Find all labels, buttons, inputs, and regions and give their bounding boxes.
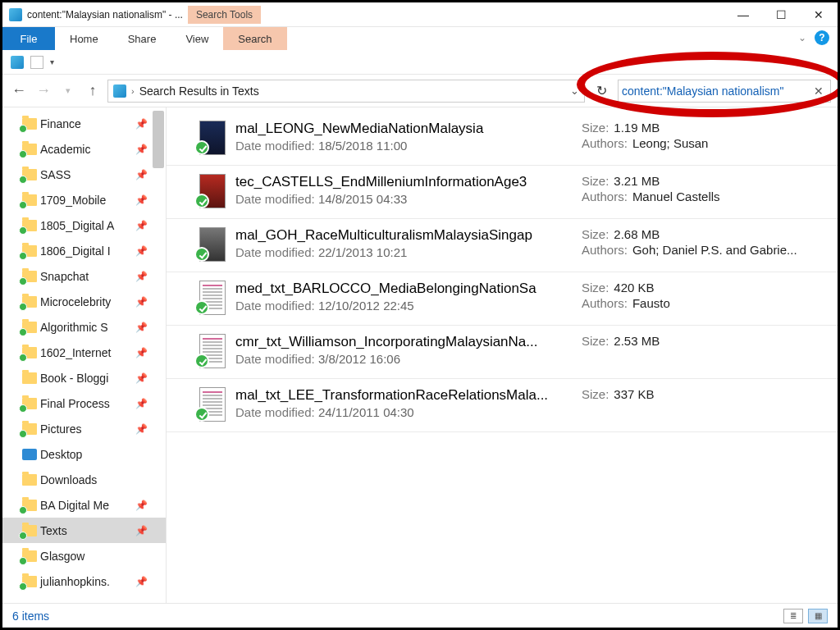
file-thumb — [191, 174, 234, 208]
folder-icon — [22, 271, 37, 282]
maximize-button[interactable]: ☐ — [762, 2, 800, 26]
tree-item-academic[interactable]: Academic📌 — [2, 136, 166, 162]
history-dropdown[interactable]: ▾ — [58, 81, 78, 101]
file-thumb — [191, 387, 234, 422]
qat-dropdown-icon[interactable]: ▾ — [50, 57, 54, 66]
ribbon-tab-search[interactable]: Search — [223, 27, 286, 50]
tree-item-1602-internet[interactable]: 1602_Internet📌 — [2, 340, 166, 365]
file-date: 3/8/2012 16:06 — [318, 352, 400, 366]
size-label: Size: — [582, 387, 609, 401]
file-size: 1.19 MB — [614, 121, 660, 135]
pin-icon: 📌 — [135, 576, 148, 587]
sync-check-icon — [194, 247, 209, 262]
qat-properties-icon[interactable] — [30, 56, 43, 69]
clear-search-button[interactable]: ✕ — [810, 84, 827, 98]
address-dropdown-icon[interactable]: ⌄ — [570, 84, 579, 97]
pin-icon: 📌 — [135, 423, 148, 435]
file-authors: Goh; Daniel P.S. and Gabrie... — [632, 243, 797, 257]
result-row[interactable]: med_txt_BARLOCCO_MediaBelongingNationSaD… — [167, 272, 838, 326]
ribbon: File Home Share View Search ⌄ ? — [2, 27, 838, 50]
ribbon-tab-view[interactable]: View — [171, 27, 223, 50]
file-size: 2.68 MB — [614, 227, 660, 241]
qat-new-folder-icon[interactable] — [11, 56, 24, 69]
file-authors: Leong; Susan — [632, 136, 709, 150]
results-pane[interactable]: mal_LEONG_NewMediaNationMalaysiaDate mod… — [167, 107, 838, 603]
result-row[interactable]: cmr_txt_Williamson_IncorporatingMalaysia… — [167, 326, 838, 379]
search-input[interactable] — [622, 84, 810, 98]
close-button[interactable]: ✕ — [800, 2, 838, 26]
back-button[interactable]: ← — [9, 81, 29, 101]
tree-scrollbar[interactable] — [151, 107, 166, 603]
address-toolbar: ← → ▾ ↑ › Search Results in Texts ⌄ ↻ ✕ — [2, 75, 838, 107]
tree-item-pictures[interactable]: Pictures📌 — [2, 416, 166, 441]
tree-item-1709-mobile[interactable]: 1709_Mobile📌 — [2, 187, 166, 212]
pin-icon: 📌 — [135, 525, 148, 536]
sync-check-icon — [194, 407, 209, 422]
tree-item-finance[interactable]: Finance📌 — [2, 111, 166, 136]
pin-icon: 📌 — [135, 271, 148, 282]
tiles-view-button[interactable]: ▦ — [808, 609, 828, 623]
tree-item-algorithmic-s[interactable]: Algorithmic S📌 — [2, 314, 166, 340]
nav-tree[interactable]: Finance📌Academic📌SASS📌1709_Mobile📌1805_D… — [2, 107, 167, 603]
tree-item-final-process[interactable]: Final Process📌 — [2, 390, 166, 416]
tree-item-label: Algorithmic S — [40, 321, 107, 334]
sync-check-icon — [194, 140, 209, 155]
tree-item-snapchat[interactable]: Snapchat📌 — [2, 263, 166, 289]
minimize-button[interactable]: — — [724, 2, 762, 26]
pin-icon: 📌 — [135, 296, 148, 308]
folder-icon — [22, 245, 37, 257]
tree-item-downloads[interactable]: Downloads — [2, 467, 166, 492]
pin-icon: 📌 — [135, 322, 148, 333]
date-modified-label: Date modified: — [235, 352, 315, 366]
tree-item-label: Pictures — [40, 422, 82, 436]
size-label: Size: — [582, 121, 609, 135]
help-button[interactable]: ? — [815, 30, 829, 45]
folder-icon — [22, 296, 37, 308]
tree-item-desktop[interactable]: Desktop — [2, 441, 166, 467]
file-date: 14/8/2015 04:33 — [318, 192, 407, 206]
refresh-button[interactable]: ↻ — [590, 80, 613, 103]
date-modified-label: Date modified: — [235, 192, 315, 206]
authors-label: Authors: — [582, 296, 628, 310]
sync-check-icon — [194, 354, 209, 368]
forward-button[interactable]: → — [34, 81, 53, 101]
ribbon-tab-home[interactable]: Home — [55, 27, 113, 50]
tree-item-label: Final Process — [40, 397, 110, 410]
search-box[interactable]: ✕ — [618, 80, 831, 103]
file-date: 24/11/2011 04:30 — [318, 405, 414, 419]
folder-icon — [22, 194, 37, 206]
tree-item-book-bloggi[interactable]: Book - Bloggi📌 — [2, 365, 166, 390]
tree-item-ba-digital-me[interactable]: BA Digital Me📌 — [2, 492, 166, 518]
location-icon — [113, 84, 126, 98]
ribbon-tab-file[interactable]: File — [2, 27, 55, 50]
result-row[interactable]: mal_LEONG_NewMediaNationMalaysiaDate mod… — [167, 112, 838, 166]
result-row[interactable]: mal_GOH_RaceMulticulturalismMalaysiaSing… — [167, 219, 838, 272]
result-row[interactable]: tec_CASTELLS_EndMilleniumInformationAge3… — [167, 166, 838, 219]
size-label: Size: — [582, 227, 609, 241]
collapse-ribbon-button[interactable]: ⌄ — [798, 32, 806, 43]
folder-icon — [22, 144, 37, 155]
status-item-count: 6 items — [12, 609, 49, 623]
ribbon-tab-share[interactable]: Share — [113, 27, 171, 50]
file-size: 3.21 MB — [614, 174, 660, 188]
address-bar[interactable]: › Search Results in Texts ⌄ — [107, 80, 585, 103]
status-bar: 6 items ≣ ▦ — [2, 603, 838, 628]
tree-item-glasgow[interactable]: Glasgow — [2, 543, 166, 568]
result-row[interactable]: mal_txt_LEE_TransformationRaceRelationsM… — [167, 379, 838, 432]
tree-item-label: Glasgow — [40, 550, 84, 563]
tree-item-label: BA Digital Me — [40, 499, 109, 512]
up-button[interactable]: ↑ — [83, 81, 103, 101]
details-view-button[interactable]: ≣ — [783, 609, 803, 623]
file-thumb — [191, 121, 234, 155]
folder-icon — [22, 118, 37, 130]
breadcrumb-location[interactable]: Search Results in Texts — [139, 84, 259, 98]
tree-item-sass[interactable]: SASS📌 — [2, 162, 166, 187]
tree-item-microcelebrity[interactable]: Microcelebrity📌 — [2, 289, 166, 314]
tree-item-1806-digital-i[interactable]: 1806_Digital I📌 — [2, 238, 166, 263]
tree-item-1805-digital-a[interactable]: 1805_Digital A📌 — [2, 212, 166, 238]
folder-icon — [22, 372, 37, 384]
file-name: cmr_txt_Williamson_IncorporatingMalaysia… — [235, 334, 580, 350]
search-tools-tab-header[interactable]: Search Tools — [188, 6, 261, 24]
tree-item-texts[interactable]: Texts📌 — [2, 518, 166, 543]
tree-item-julianhopkins-[interactable]: julianhopkins.📌 — [2, 568, 166, 594]
